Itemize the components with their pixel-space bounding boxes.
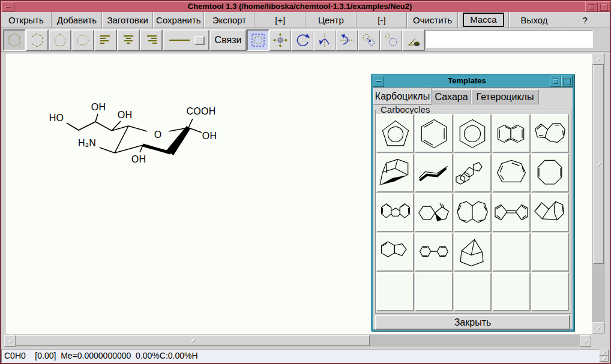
- hexagon-dotted-icon: [7, 32, 22, 48]
- template-empty-5[interactable]: [454, 272, 492, 311]
- thumb-grip-icon: [190, 338, 195, 343]
- template-heptalene[interactable]: [454, 193, 492, 232]
- template-fulvalene[interactable]: [492, 193, 530, 232]
- tool-scale[interactable]: [358, 29, 381, 51]
- minimize-icon: [376, 80, 381, 82]
- molecule-label-oh-c2: OH: [202, 131, 217, 142]
- bond-type-dropdown[interactable]: [194, 36, 205, 45]
- scroll-arrow-icon: [597, 58, 600, 61]
- template-adamantane[interactable]: [376, 154, 414, 192]
- template-benzene-circle[interactable]: [454, 114, 492, 153]
- menu-item-add[interactable]: Добавить: [52, 12, 103, 28]
- menu-item-save[interactable]: Сохранить: [153, 12, 204, 28]
- minimize-button[interactable]: [2, 2, 14, 12]
- menu-item-open[interactable]: Открыть: [1, 12, 52, 28]
- templates-close-button[interactable]: Закрыть: [375, 315, 570, 330]
- tool-ring-hexagon[interactable]: [3, 29, 26, 51]
- horizontal-scrollbar[interactable]: [4, 335, 591, 347]
- tab-carbocycles[interactable]: Карбоциклы: [373, 88, 432, 105]
- h-scroll-thumb[interactable]: [16, 335, 370, 346]
- menu-item-quit[interactable]: Выход: [509, 12, 560, 28]
- molecule-label-ring-o: O: [154, 130, 162, 140]
- status-bar: C0H0 [0.00] Me=0.0000000000 0.00%C:0.00%…: [1, 349, 610, 363]
- template-empty-7[interactable]: [531, 272, 569, 311]
- flip-vertical-icon: [317, 32, 333, 48]
- templates-tabs: Карбоциклы Сахара Гетероциклы: [373, 88, 573, 105]
- template-cycloheptatriene[interactable]: [492, 154, 530, 192]
- template-naphthalene[interactable]: [492, 114, 530, 153]
- tool-ring-pentagon[interactable]: [49, 29, 71, 51]
- v-scroll-top-button[interactable]: [592, 53, 604, 65]
- menu-item-zoom-out[interactable]: [-]: [357, 12, 408, 28]
- maximize-icon: [600, 4, 608, 11]
- carbocycles-frame: Carbocycles: [375, 110, 571, 314]
- template-empty-6[interactable]: [492, 272, 530, 311]
- tab-sugars[interactable]: Сахара: [432, 89, 471, 104]
- template-cyclopentadienyl[interactable]: [376, 114, 414, 153]
- grip-bottom-button[interactable]: [599, 356, 609, 362]
- menu-item-export[interactable]: Экспорт: [204, 12, 255, 28]
- minimize-icon: [5, 6, 11, 8]
- tool-move[interactable]: [269, 29, 292, 51]
- template-empty-2[interactable]: [531, 233, 569, 272]
- h-scroll-right-button[interactable]: [580, 335, 591, 347]
- menu-item-help[interactable]: ?: [559, 12, 610, 28]
- toolbar-entry-field[interactable]: [425, 30, 593, 48]
- template-spiro-ring[interactable]: [415, 193, 453, 232]
- maximize-button[interactable]: [598, 2, 610, 12]
- statusbar-grip[interactable]: [599, 350, 609, 362]
- menu-item-center[interactable]: Центр: [306, 12, 357, 28]
- template-biphenyl[interactable]: [415, 233, 453, 272]
- templates-maximize-small-button[interactable]: [550, 76, 561, 87]
- tool-clean[interactable]: [402, 29, 425, 51]
- tool-align-center[interactable]: [117, 29, 140, 51]
- bonds-label: Связи: [215, 35, 242, 46]
- tab-heterocycles[interactable]: Гетероциклы: [471, 89, 539, 104]
- maximize-icon: [563, 78, 571, 85]
- template-empty-4[interactable]: [415, 272, 453, 311]
- tool-align-left[interactable]: [94, 29, 117, 51]
- menu-item-zoom-in[interactable]: [+]: [254, 12, 306, 28]
- tool-flip-horizontal[interactable]: [336, 29, 358, 51]
- tool-align-right[interactable]: [140, 29, 163, 51]
- tool-ring-hexagon-open[interactable]: [26, 29, 49, 51]
- tool-rotate[interactable]: [291, 29, 314, 51]
- grip-icon: [602, 357, 606, 360]
- tool-bonds-button[interactable]: Связи: [209, 29, 247, 51]
- select-marquee-icon: [250, 32, 266, 48]
- bond-line-icon: [167, 32, 191, 48]
- tool-bond-type[interactable]: [163, 29, 209, 51]
- scroll-arrow-icon: [584, 339, 588, 343]
- template-benzene[interactable]: [415, 114, 453, 153]
- menu-item-mass[interactable]: Масса: [458, 12, 509, 28]
- v-scroll-thumb[interactable]: [593, 65, 604, 264]
- tool-select[interactable]: [247, 29, 269, 51]
- vertical-scrollbar[interactable]: [592, 53, 605, 333]
- template-fluorene[interactable]: [376, 193, 414, 232]
- v-scroll-bottom-button[interactable]: [592, 322, 604, 333]
- templates-maximize-button[interactable]: [561, 76, 573, 87]
- maximize-small-button[interactable]: [585, 2, 598, 12]
- scroll-arrow-icon: [8, 339, 12, 343]
- template-cyclohexane-chair[interactable]: [415, 154, 453, 192]
- menu-item-clear[interactable]: Очистить: [407, 12, 458, 28]
- template-empty-1[interactable]: [492, 233, 530, 272]
- template-azulene[interactable]: [531, 114, 569, 153]
- template-empty-3[interactable]: [376, 272, 414, 311]
- tool-ring-octagon[interactable]: [71, 29, 94, 51]
- template-norbornane[interactable]: [454, 233, 492, 272]
- molecule-label-ho: HO: [49, 113, 64, 124]
- template-cyclooctane[interactable]: [531, 154, 569, 192]
- template-indene[interactable]: [376, 233, 414, 272]
- menu-item-templates[interactable]: Заготовки: [102, 12, 153, 28]
- chemtool-window: Chemtool 1.3 (/home/liboska/chemtool-1.3…: [0, 0, 611, 364]
- grip-top-button[interactable]: [599, 350, 609, 356]
- h-scroll-left-button[interactable]: [4, 335, 16, 347]
- template-bicyclic-bridge[interactable]: [531, 193, 569, 232]
- templates-minimize-button[interactable]: [373, 76, 384, 87]
- tool-flip-vertical[interactable]: [313, 29, 336, 51]
- flip-horizontal-icon: [339, 32, 355, 48]
- template-steroid-rings[interactable]: [454, 154, 492, 192]
- templates-title: Templates: [384, 76, 550, 87]
- tool-zoom[interactable]: [380, 29, 403, 51]
